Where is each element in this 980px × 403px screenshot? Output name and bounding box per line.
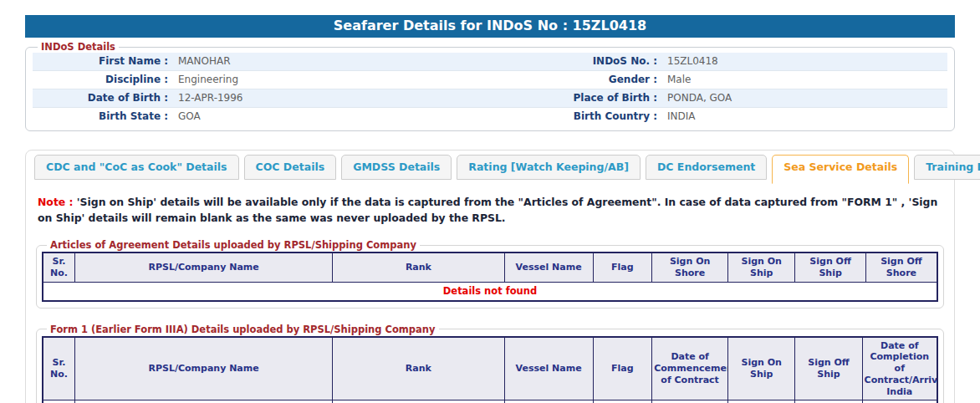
- form1-section: Form 1 (Earlier Form IIIA) Details uploa…: [36, 324, 944, 403]
- articles-of-agreement-section: Articles of Agreement Details uploaded b…: [36, 239, 944, 308]
- field-label: Discipline :: [33, 71, 176, 89]
- column-header: Sr. No.: [43, 253, 75, 282]
- column-header: Rank: [333, 337, 504, 400]
- column-header: Sign On Shore: [652, 253, 728, 282]
- field-label: Birth Country :: [498, 108, 666, 125]
- field-value: INDIA: [666, 108, 947, 125]
- field-label: Gender :: [498, 71, 666, 89]
- column-header: Flag: [593, 253, 652, 282]
- form1-table: Sr. No.RPSL/Company NameRankVessel NameF…: [42, 336, 938, 403]
- indos-detail-row: Discipline :EngineeringGender :Male: [33, 71, 947, 89]
- indos-details-grid: First Name :MANOHARINDoS No. :15ZL0418Di…: [33, 53, 947, 125]
- column-header: Vessel Name: [504, 253, 593, 282]
- tab-coc-details[interactable]: COC Details: [244, 155, 337, 180]
- column-header: RPSL/Company Name: [75, 337, 333, 400]
- form1-caption: Form 1 (Earlier Form IIIA) Details uploa…: [47, 324, 439, 335]
- field-label: Date of Birth :: [33, 89, 176, 107]
- column-header: Rank: [333, 253, 504, 282]
- field-value: 12-APR-1996: [176, 89, 498, 107]
- column-header: Sign Off Ship: [795, 253, 866, 282]
- articles-of-agreement-caption: Articles of Agreement Details uploaded b…: [47, 239, 420, 251]
- field-label: INDoS No. :: [498, 53, 666, 70]
- field-value: GOA: [176, 108, 498, 125]
- column-header: Sign Off Shore: [865, 253, 937, 282]
- indos-details-section: INDoS Details First Name :MANOHARINDoS N…: [25, 41, 955, 131]
- tab-gmdss-details[interactable]: GMDSS Details: [341, 155, 452, 180]
- page-title: Seafarer Details for INDoS No : 15ZL0418: [25, 15, 955, 38]
- details-not-found-message: Details not found: [43, 282, 937, 300]
- indos-detail-row: Date of Birth :12-APR-1996Place of Birth…: [33, 89, 947, 108]
- column-header: RPSL/Company Name: [75, 253, 333, 282]
- field-value: 15ZL0418: [666, 53, 947, 70]
- articles-of-agreement-table: Sr. No.RPSL/Company NameRankVessel NameF…: [42, 252, 938, 301]
- note-text: 'Sign on Ship' details will be available…: [38, 196, 937, 224]
- column-header: Sr. No.: [43, 337, 75, 400]
- field-value: PONDA, GOA: [666, 89, 947, 107]
- column-header: Sign On Ship: [728, 337, 795, 400]
- field-label: Place of Birth :: [498, 89, 666, 107]
- column-header: Flag: [593, 337, 652, 400]
- field-value: MANOHAR: [176, 53, 498, 70]
- column-header: Date of Completion of Contract/Arriving …: [862, 337, 937, 400]
- tab-bar: CDC and "CoC as Cook" DetailsCOC Details…: [34, 155, 947, 183]
- tab-sea-service-details[interactable]: Sea Service Details: [772, 155, 909, 184]
- indos-detail-row: Birth State :GOABirth Country :INDIA: [33, 108, 947, 125]
- note-prefix: Note :: [38, 196, 73, 208]
- tab-training-details[interactable]: Training Details: [914, 155, 980, 180]
- field-value: Male: [666, 71, 947, 89]
- column-header: Date of Commencement of Contract: [652, 337, 728, 400]
- field-label: First Name :: [33, 53, 176, 70]
- tab-cdc-and-coc-as-cook-details[interactable]: CDC and "CoC as Cook" Details: [34, 155, 239, 180]
- column-header: Sign On Ship: [728, 253, 795, 282]
- sign-on-ship-note: Note : 'Sign on Ship' details will be av…: [38, 195, 942, 226]
- table-empty-row: Details not found: [43, 282, 937, 300]
- tab-dc-endorsement[interactable]: DC Endorsement: [646, 155, 767, 180]
- indos-details-legend: INDoS Details: [38, 41, 119, 53]
- field-label: Birth State :: [33, 108, 176, 125]
- tab-rating-watch-keeping-ab[interactable]: Rating [Watch Keeping/AB]: [457, 155, 641, 180]
- column-header: Vessel Name: [504, 337, 593, 400]
- tab-content-panel: CDC and "CoC as Cook" DetailsCOC Details…: [25, 150, 955, 403]
- column-header: Sign Off Ship: [795, 337, 862, 400]
- field-value: Engineering: [176, 71, 498, 89]
- indos-detail-row: First Name :MANOHARINDoS No. :15ZL0418: [33, 53, 947, 71]
